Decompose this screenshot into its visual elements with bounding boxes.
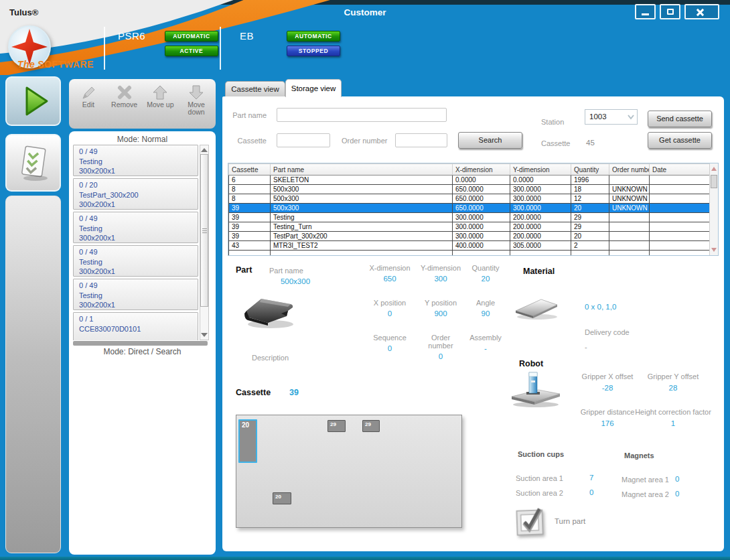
suction-cups-title: Suction cups <box>518 450 564 458</box>
magnet-area1-value: 0 <box>675 475 679 483</box>
part-field: Order number0 <box>420 334 461 358</box>
table-row[interactable]: 43MTR3I_TEST2400.0000305.00002 <box>229 241 711 251</box>
close-button[interactable] <box>684 4 719 19</box>
scrollbar-thumb[interactable] <box>711 175 717 188</box>
list-item[interactable]: 0 / 49Testing300x200x1 <box>73 212 198 243</box>
gripper-y-offset: Gripper Y offset28 <box>623 372 723 392</box>
column-header[interactable]: Part name <box>271 164 453 176</box>
status-badge-eb-mode: AUTOMATIC <box>287 31 340 42</box>
cassette-label: Cassette <box>222 137 267 145</box>
status-badge-psr6-state: ACTIVE <box>165 46 218 56</box>
cassette-section-title: Cassette <box>236 388 271 397</box>
part-name-input[interactable] <box>277 108 447 122</box>
tab-cassette-view[interactable]: Cassette view <box>225 81 285 96</box>
table-row[interactable]: 39Testing300.0000200.000029 <box>229 213 711 222</box>
column-header[interactable]: Date <box>650 164 711 176</box>
column-header[interactable]: Order numbe <box>609 164 650 176</box>
turn-part-checkbox[interactable] <box>514 505 549 541</box>
suction-area1-label: Suction area 1 <box>516 474 563 482</box>
turn-part-label: Turn part <box>555 517 585 525</box>
tab-storage-view[interactable]: Storage view <box>285 79 342 97</box>
part-name-field-value: 500x300 <box>275 277 316 285</box>
queue-toolbar: Edit Remove Move up Move down <box>69 79 216 129</box>
table-row[interactable]: 39Testing_Turn300.0000200.000029 <box>229 222 711 232</box>
part-name-field-label: Part name <box>269 267 303 275</box>
queue-horizontal-scrollbar[interactable] <box>73 341 208 346</box>
table-row[interactable]: 8500x300650.0000300.000018UNKNOWN <box>229 185 711 194</box>
table-row[interactable]: 39500x300650.0000300.000020UNKNOWN <box>229 204 711 213</box>
list-item[interactable]: 0 / 49Testing300x200x1 <box>73 279 198 310</box>
part-field: Quantity20 <box>461 264 510 288</box>
cassette-input[interactable] <box>277 133 330 147</box>
list-item[interactable]: 0 / 1CCE830070D0101 <box>73 312 198 340</box>
header-separator <box>220 27 221 70</box>
chevron-down-icon <box>628 115 634 120</box>
get-cassette-button[interactable]: Get cassette <box>648 132 712 149</box>
delivery-code-label: Delivery code <box>585 328 630 336</box>
table-row[interactable]: 6SKELETON0.00000.00001996 <box>229 176 711 185</box>
cassette-station-value: 45 <box>586 139 595 147</box>
cassette-station-label: Cassette <box>541 139 570 147</box>
tulus-window: Tulus® Customer TheSOFTWARE PSR6 AUTOMAT… <box>0 0 730 560</box>
suction-area2-value: 0 <box>589 488 593 496</box>
cassette-part[interactable]: 29 <box>327 420 346 432</box>
part-detail-grid: X-dimension650Y-dimension300Quantity20X … <box>360 264 510 358</box>
material-section-title: Material <box>523 267 555 276</box>
part-field: Y-dimension300 <box>420 264 461 288</box>
height-correction-factor: Height correction factor1 <box>623 408 723 427</box>
list-item[interactable]: 0 / 20TestPart_300x200300x200x1 <box>73 178 198 210</box>
table-row-clipped[interactable] <box>229 251 711 257</box>
order-number-label: Order number <box>342 137 387 145</box>
remove-button[interactable]: Remove <box>108 84 141 129</box>
scrollbar-thumb[interactable] <box>200 154 208 307</box>
column-header[interactable]: Y-dimension <box>510 164 571 176</box>
delivery-code-value: - <box>585 343 587 351</box>
move-down-button[interactable]: Move down <box>179 84 213 129</box>
magnet-area1-label: Magnet area 1 <box>622 476 669 484</box>
column-header[interactable]: X-dimension <box>453 164 510 176</box>
edit-button[interactable]: Edit <box>72 84 105 129</box>
brand-text: TheSOFTWARE <box>17 59 94 70</box>
list-item[interactable]: 0 / 49Testing300x200x1 <box>73 145 198 176</box>
job-list-button[interactable] <box>5 134 61 192</box>
magnet-area2-value: 0 <box>675 490 679 498</box>
cassette-part-selected[interactable]: 20 <box>238 419 257 463</box>
table-row[interactable]: 39TestPart_300x200300.0000200.000020 <box>229 232 711 241</box>
scroll-down-icon[interactable] <box>201 333 208 337</box>
part-field: Assembly- <box>461 334 510 358</box>
queue-scrollbar[interactable] <box>200 145 209 340</box>
column-header[interactable]: Quantity <box>571 164 609 176</box>
description-label: Description <box>252 354 289 362</box>
pencil-icon <box>72 84 105 101</box>
part-field: Y position900 <box>420 299 461 323</box>
cassette-part[interactable]: 20 <box>273 492 291 504</box>
maximize-button[interactable] <box>660 4 680 19</box>
scroll-up-icon[interactable] <box>201 148 208 152</box>
minimize-button[interactable] <box>635 4 656 19</box>
title-bar: Tulus® Customer TheSOFTWARE PSR6 AUTOMAT… <box>0 0 730 75</box>
job-list-icon <box>15 143 52 182</box>
cassette-part[interactable]: 29 <box>362 420 380 432</box>
column-header[interactable]: Cassette <box>229 164 271 176</box>
part-field: Angle90 <box>461 299 510 323</box>
search-button[interactable]: Search <box>458 132 522 149</box>
status-badge-psr6-mode: AUTOMATIC <box>165 31 218 42</box>
scroll-down-icon[interactable] <box>711 248 717 252</box>
part-section-title: Part <box>236 265 252 275</box>
table-row[interactable]: 8500x300650.0000300.000012UNKNOWN <box>229 194 711 204</box>
mode-normal-label: Mode: Normal <box>69 135 216 144</box>
mode-direct-search-label: Mode: Direct / Search <box>69 347 216 356</box>
order-number-input[interactable] <box>395 133 447 147</box>
list-item[interactable]: 0 / 49Testing300x200x1 <box>73 245 198 277</box>
cassette-number-value: 39 <box>289 388 299 397</box>
side-panel-blank <box>5 196 61 553</box>
material-dimensions-value: 0 x 0, 1,0 <box>585 303 616 311</box>
start-button[interactable] <box>5 76 61 126</box>
window-bottom-edge <box>0 557 730 560</box>
table-scrollbar[interactable] <box>709 163 718 255</box>
send-cassette-button[interactable]: Send cassette <box>648 111 712 127</box>
machine-name-psr6: PSR6 <box>118 30 145 42</box>
station-select[interactable]: 1003 <box>585 109 638 125</box>
scroll-up-icon[interactable] <box>711 167 717 171</box>
move-up-button[interactable]: Move up <box>143 84 177 129</box>
